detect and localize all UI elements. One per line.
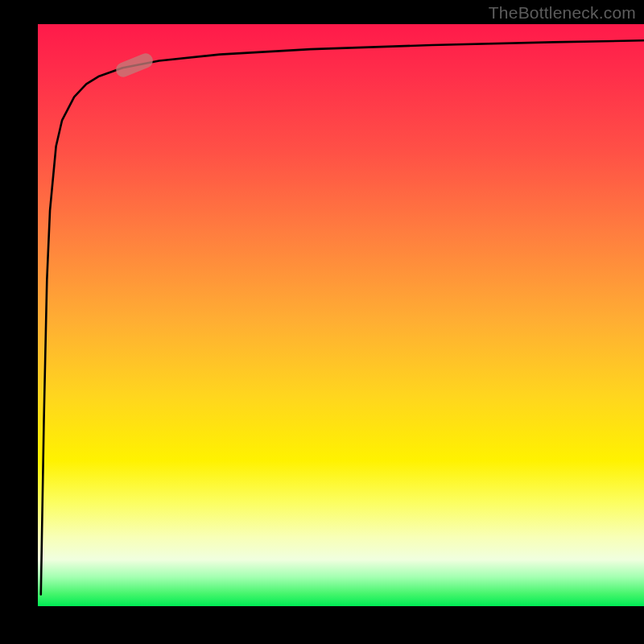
- plot-area: [38, 24, 644, 606]
- attribution-text: TheBottleneck.com: [489, 3, 636, 23]
- bottleneck-curve: [41, 40, 644, 594]
- frame-left: [0, 0, 38, 644]
- curve-svg: [38, 24, 644, 606]
- frame-bottom: [0, 606, 644, 644]
- chart-stage: TheBottleneck.com: [0, 0, 644, 644]
